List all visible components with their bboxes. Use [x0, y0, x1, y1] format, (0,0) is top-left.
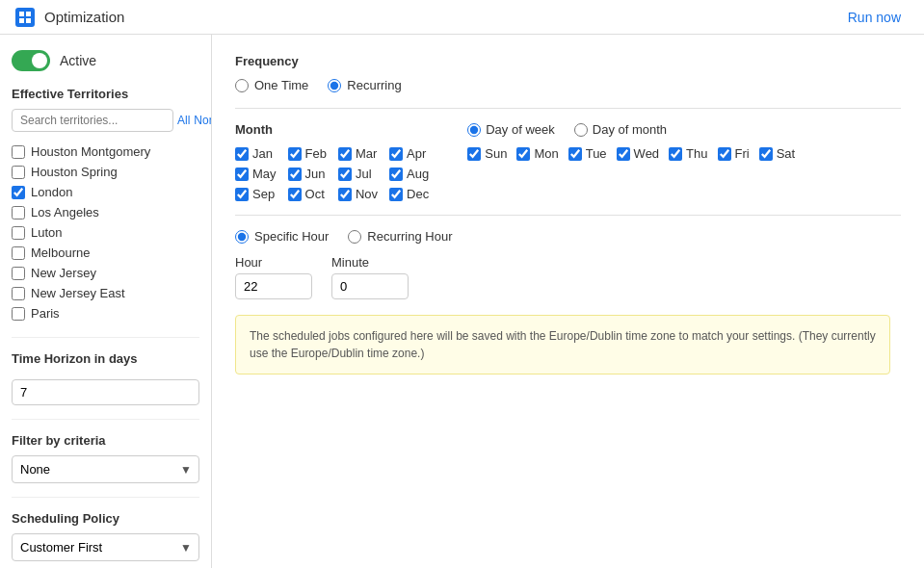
month-label: May: [252, 167, 277, 181]
month-checkbox[interactable]: [235, 147, 249, 161]
day-item: Fri: [718, 146, 750, 161]
info-text: The scheduled jobs configured here will …: [250, 329, 876, 360]
hour-section: Specific Hour Recurring Hour Hour Minute: [235, 229, 901, 299]
active-toggle[interactable]: [12, 50, 50, 71]
day-checkbox[interactable]: [568, 147, 582, 161]
month-checkbox[interactable]: [389, 147, 403, 161]
run-now-button[interactable]: Run now: [840, 6, 909, 29]
day-checkbox[interactable]: [516, 147, 530, 161]
time-horizon-input[interactable]: [12, 379, 199, 405]
month-label: Jun: [305, 167, 326, 181]
day-label: Tue: [586, 146, 607, 161]
month-checkbox[interactable]: [338, 147, 352, 161]
day-checkbox[interactable]: [669, 147, 682, 161]
specific-hour-label[interactable]: Specific Hour: [235, 229, 329, 244]
recurring-hour-label[interactable]: Recurring Hour: [348, 229, 452, 244]
month-checkbox[interactable]: [338, 188, 352, 201]
month-checkbox[interactable]: [338, 168, 352, 181]
month-checkbox[interactable]: [288, 168, 302, 181]
month-item: Aug: [389, 167, 429, 181]
territory-checkbox[interactable]: [12, 267, 25, 280]
day-of-week-radio[interactable]: [467, 123, 481, 137]
month-title: Month: [235, 122, 429, 137]
svg-rect-2: [19, 18, 24, 23]
month-checkbox[interactable]: [288, 147, 302, 161]
minute-label: Minute: [331, 255, 409, 270]
month-label: Jan: [252, 146, 273, 161]
territory-item: New Jersey: [12, 263, 199, 283]
svg-rect-3: [26, 18, 31, 23]
month-checkbox[interactable]: [235, 188, 249, 201]
specific-hour-radio[interactable]: [235, 230, 249, 244]
day-checkbox[interactable]: [467, 147, 481, 161]
day-label: Fri: [735, 146, 750, 161]
territory-item: Houston Spring: [12, 162, 199, 182]
month-label: Mar: [356, 146, 377, 161]
hour-input[interactable]: [235, 273, 312, 299]
territory-item: Los Angeles: [12, 202, 199, 222]
filter-dropdown-row: NoneCriteria ACriteria B ▼: [12, 455, 199, 483]
month-label: Apr: [407, 146, 426, 161]
recurring-hour-radio[interactable]: [348, 230, 361, 244]
day-of-month-text: Day of month: [593, 122, 667, 137]
app-title: Optimization: [44, 9, 124, 25]
territory-list: Houston MontgomeryHouston SpringLondonLo…: [12, 142, 199, 323]
territory-checkbox[interactable]: [12, 287, 25, 300]
territory-checkbox[interactable]: [12, 307, 25, 321]
minute-input[interactable]: [331, 273, 409, 299]
svg-rect-1: [26, 12, 31, 16]
month-item: Oct: [288, 187, 327, 201]
schedule-row: Month JanFebMarAprMayJunJulAugSepOctNovD…: [235, 122, 901, 201]
day-checkbox[interactable]: [617, 147, 630, 161]
territory-checkbox[interactable]: [12, 166, 25, 179]
territory-name: New Jersey East: [31, 286, 125, 300]
day-of-month-radio[interactable]: [574, 123, 588, 137]
month-checkbox[interactable]: [389, 188, 403, 201]
day-of-week-text: Day of week: [486, 122, 555, 137]
month-label: Sep: [252, 187, 275, 201]
month-col: Month JanFebMarAprMayJunJulAugSepOctNovD…: [235, 122, 429, 201]
recurring-hour-text: Recurring Hour: [367, 229, 452, 244]
filter-select[interactable]: NoneCriteria ACriteria B: [12, 455, 199, 483]
territory-checkbox[interactable]: [12, 186, 25, 199]
recurring-radio-label[interactable]: Recurring: [328, 78, 401, 92]
territory-item: Melbourne: [12, 243, 199, 263]
month-item: Jan: [235, 146, 277, 161]
territory-checkbox[interactable]: [12, 246, 25, 260]
territory-checkbox[interactable]: [12, 206, 25, 219]
month-item: May: [235, 167, 277, 181]
month-item: Dec: [389, 187, 429, 201]
policy-select[interactable]: Customer FirstRoute EfficiencyBalanced: [12, 533, 199, 561]
month-checkbox[interactable]: [389, 168, 403, 181]
hour-field: Hour: [235, 255, 312, 299]
month-checkbox[interactable]: [288, 188, 302, 201]
none-link[interactable]: None: [194, 114, 212, 127]
month-item: Nov: [338, 187, 378, 201]
recurring-radio[interactable]: [328, 79, 341, 92]
day-of-week-label[interactable]: Day of week: [467, 122, 555, 137]
day-checkbox[interactable]: [718, 147, 731, 161]
territory-item: Houston Montgomery: [12, 142, 199, 162]
hour-radio-row: Specific Hour Recurring Hour: [235, 229, 901, 244]
day-label: Sat: [777, 146, 796, 161]
month-checkbox[interactable]: [235, 168, 249, 181]
all-link[interactable]: All: [177, 114, 190, 127]
territory-checkbox[interactable]: [12, 145, 25, 159]
day-label: Sun: [485, 146, 507, 161]
day-item: Thu: [669, 146, 707, 161]
app-icon: [15, 8, 35, 27]
month-item: Mar: [338, 146, 378, 161]
hour-label: Hour: [235, 255, 312, 270]
active-toggle-row: Active: [12, 50, 199, 71]
territory-name: Houston Spring: [31, 165, 118, 179]
territory-search-input[interactable]: [12, 109, 173, 132]
day-checkbox[interactable]: [759, 147, 773, 161]
one-time-radio[interactable]: [235, 79, 249, 92]
policy-title: Scheduling Policy: [12, 511, 199, 526]
territory-item: Paris: [12, 303, 199, 323]
territory-checkbox[interactable]: [12, 226, 25, 240]
month-label: Feb: [305, 146, 327, 161]
time-horizon-title: Time Horizon in days: [12, 351, 199, 366]
day-of-month-label[interactable]: Day of month: [574, 122, 667, 137]
one-time-radio-label[interactable]: One Time: [235, 78, 308, 92]
